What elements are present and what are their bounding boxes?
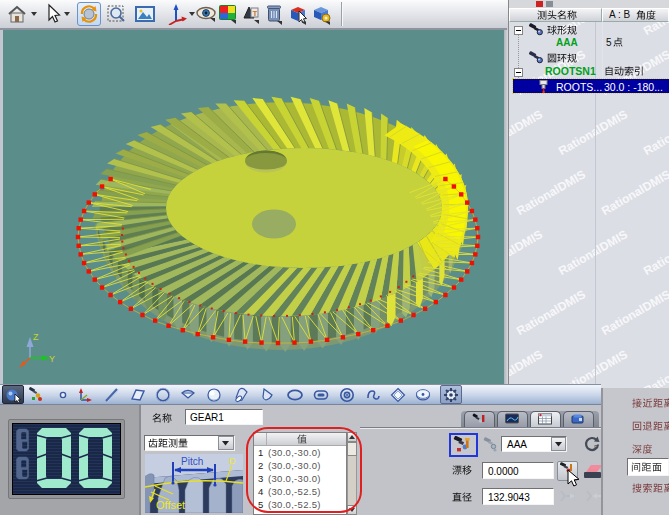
- svg-text:F: F: [594, 444, 598, 451]
- svg-text:Offset: Offset: [156, 499, 185, 511]
- svg-text:Y: Y: [49, 354, 55, 364]
- svg-text:T: T: [253, 9, 258, 18]
- svg-text:D: D: [229, 456, 236, 466]
- svg-text:Pitch: Pitch: [181, 456, 203, 467]
- svg-text:Z: Z: [33, 332, 39, 342]
